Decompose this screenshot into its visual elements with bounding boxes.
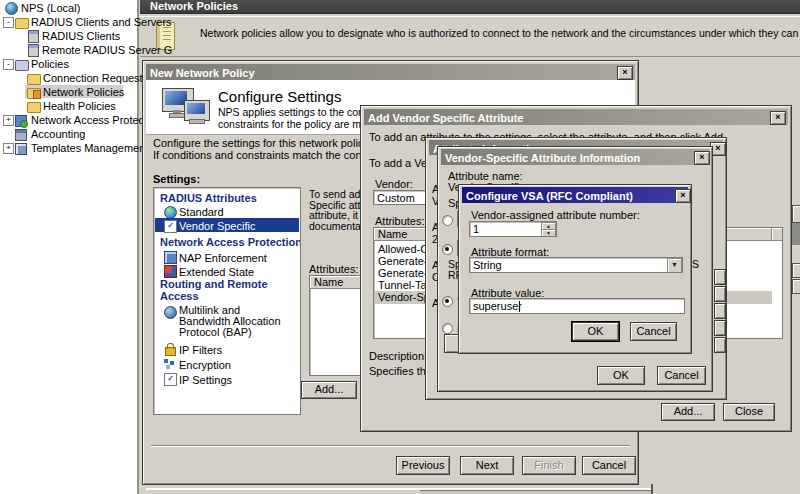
- attributes-label: Attributes:: [309, 263, 359, 275]
- checklist-icon: ✓: [164, 220, 177, 233]
- avsa-close-button[interactable]: Close: [723, 403, 775, 421]
- folder-icon: [15, 60, 29, 71]
- configure-vsa-titlebar[interactable]: Configure VSA (RFC Compliant): [462, 187, 688, 203]
- background-window-fragment: [792, 223, 800, 245]
- cvsa-ok-button[interactable]: OK: [572, 322, 619, 341]
- expand-expander-icon[interactable]: +: [3, 115, 14, 126]
- wizard-body-line1: Configure the settings for this network …: [153, 137, 371, 149]
- no-conform-radio[interactable]: [442, 323, 453, 334]
- expand-expander-icon[interactable]: +: [3, 143, 14, 154]
- section-nap: Network Access Protection: [160, 236, 301, 248]
- folder-icon: [27, 102, 41, 113]
- globe-icon: [164, 306, 177, 319]
- close-icon[interactable]: ×: [675, 189, 691, 203]
- section-rras: Routing and Remote Access: [160, 279, 282, 302]
- policy-scroll-icon: [33, 90, 41, 99]
- tree-item-network-policies[interactable]: Network Policies: [0, 85, 137, 98]
- tree-item-radius-clients-servers[interactable]: - RADIUS Clients and Servers: [0, 15, 137, 28]
- tree-item-nps-local[interactable]: NPS (Local): [2, 1, 135, 14]
- settings-item-standard[interactable]: Standard: [155, 204, 299, 218]
- collapse-expander-icon[interactable]: -: [3, 59, 14, 70]
- pane-header-bar: Network Policies: [140, 0, 800, 14]
- previous-button[interactable]: Previous: [396, 456, 450, 475]
- tree-item-accounting[interactable]: Accounting: [0, 127, 137, 140]
- checklist-icon: ✓: [164, 373, 177, 386]
- accounting-icon: [15, 129, 27, 141]
- templates-icon: [15, 143, 27, 155]
- tree-item-templates-management[interactable]: + Templates Management: [0, 141, 137, 154]
- tree-item-remote-radius-server-groups[interactable]: Remote RADIUS Server G: [0, 43, 137, 56]
- configure-vsa-dialog: Configure VSA (RFC Compliant) × Vendor-a…: [458, 184, 692, 354]
- ai-button-fragment[interactable]: [714, 320, 726, 336]
- wizard-separator: [151, 445, 630, 447]
- tree-item-radius-clients[interactable]: RADIUS Clients: [0, 29, 137, 42]
- settings-item-ip-filters[interactable]: IP Filters: [155, 341, 299, 356]
- settings-label: Settings:: [153, 173, 200, 185]
- tree-item-connection-request-policies[interactable]: Connection Request Polici: [0, 71, 137, 84]
- nap-icon: [15, 115, 27, 127]
- description-label: Description:: [369, 350, 427, 362]
- ai-button-fragment[interactable]: [714, 286, 726, 302]
- finish-button: Finish: [522, 456, 576, 475]
- avsa-titlebar[interactable]: Add Vendor Specific Attribute: [364, 109, 788, 125]
- settings-item-multilink[interactable]: Multilink and Bandwidth Allocation Proto…: [155, 304, 299, 340]
- text-caret: [519, 301, 520, 312]
- nps-server-icon: [5, 2, 18, 15]
- close-icon[interactable]: ×: [770, 111, 786, 125]
- close-icon[interactable]: ×: [694, 151, 710, 165]
- add-attribute-button[interactable]: Add...: [301, 381, 357, 399]
- cvsa-cancel-button[interactable]: Cancel: [630, 322, 677, 341]
- next-button[interactable]: Next: [460, 456, 514, 475]
- pane-title: Network Policies: [150, 0, 238, 12]
- avsa-attributes-label: Attributes:: [375, 215, 425, 227]
- background-window-fragment: [792, 205, 800, 223]
- background-window-fragment: [792, 263, 800, 278]
- vsa-info-titlebar[interactable]: Vendor-Specific Attribute Information: [441, 149, 709, 165]
- new-network-policy-titlebar[interactable]: New Network Policy: [146, 64, 635, 80]
- close-icon[interactable]: ×: [617, 66, 633, 80]
- spin-down-icon[interactable]: ▼: [541, 229, 556, 237]
- lock-shackle: [167, 343, 174, 349]
- settings-item-encryption[interactable]: Encryption: [155, 356, 299, 371]
- tree-item-policies[interactable]: - Policies: [0, 57, 137, 70]
- wizard-heading: Configure Settings: [218, 88, 341, 105]
- banner-text: Network policies allow you to designate …: [200, 27, 800, 39]
- column-header[interactable]: [772, 228, 783, 241]
- wizard-cancel-button[interactable]: Cancel: [582, 456, 636, 475]
- select-from-list-radio[interactable]: [442, 215, 453, 226]
- yes-conforms-radio[interactable]: [442, 296, 453, 307]
- settings-item-ip-settings[interactable]: ✓ IP Settings: [155, 371, 299, 386]
- settings-item-extended-state[interactable]: Extended State: [155, 263, 299, 277]
- vendor-label: Vendor:: [375, 178, 413, 190]
- ai-button-fragment[interactable]: [714, 303, 726, 319]
- console-tree-pane: NPS (Local) - RADIUS Clients and Servers…: [0, 0, 139, 494]
- chevron-down-icon[interactable]: ▼: [667, 258, 682, 273]
- vendor-assigned-number-spinner[interactable]: 1 ▲ ▼: [469, 221, 557, 237]
- tree-item-network-access-protection[interactable]: + Network Access Protection: [0, 113, 137, 126]
- ai-button-fragment[interactable]: [714, 269, 726, 285]
- collapse-expander-icon[interactable]: -: [3, 17, 14, 28]
- computer-icon: [162, 86, 212, 130]
- attribute-format-combobox[interactable]: String ▼: [469, 257, 683, 273]
- banner-panel: Network policies allow you to designate …: [140, 16, 800, 57]
- settings-item-nap-enforcement[interactable]: NAP Enforcement: [155, 249, 299, 263]
- vendor-assigned-number-label: Vendor-assigned attribute number:: [471, 209, 640, 221]
- server-icon: [28, 30, 39, 43]
- nps-console-window: Network Policies Network policies allow …: [0, 0, 800, 494]
- vsa-ok-button[interactable]: OK: [597, 366, 645, 385]
- vsa-cancel-button[interactable]: Cancel: [657, 366, 706, 385]
- bottom-pane-fragment: [420, 490, 652, 494]
- section-radius-attributes: RADIUS Attributes: [160, 192, 257, 204]
- encryption-icon: [164, 359, 168, 363]
- attribute-value-input[interactable]: superuser: [469, 298, 685, 314]
- server-icon: [28, 44, 39, 57]
- ai-button-fragment[interactable]: [714, 337, 726, 353]
- settings-list: RADIUS Attributes Standard ✓ Vendor Spec…: [153, 187, 301, 415]
- avsa-add-button[interactable]: Add...: [661, 403, 715, 421]
- bottom-pane-edge: [651, 484, 653, 494]
- settings-item-vendor-specific[interactable]: ✓ Vendor Specific: [155, 218, 299, 232]
- background-window-fragment: [792, 279, 800, 294]
- folder-icon: [27, 74, 41, 85]
- tree-item-health-policies[interactable]: Health Policies: [0, 99, 137, 112]
- enter-vendor-code-radio[interactable]: [442, 244, 453, 255]
